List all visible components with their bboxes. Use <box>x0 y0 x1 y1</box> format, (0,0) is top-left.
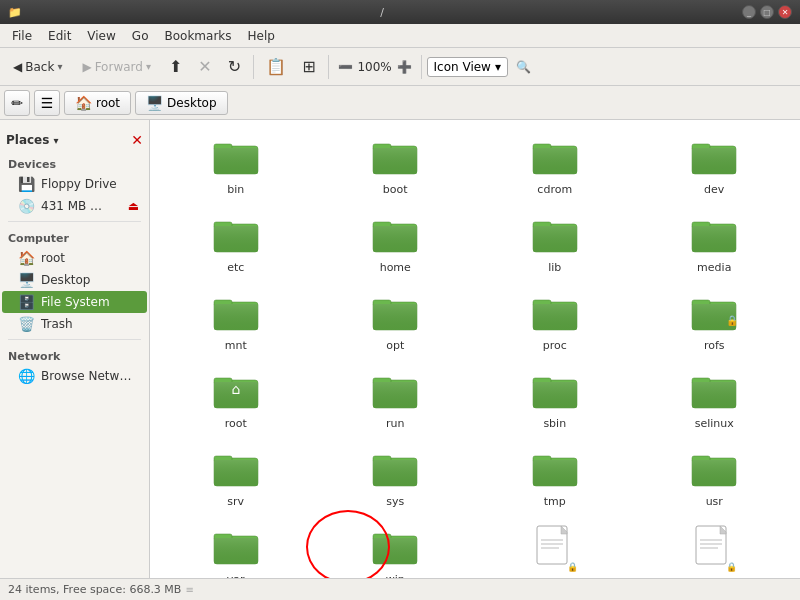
places-header: Places ▾ ✕ <box>0 128 149 152</box>
divider-2 <box>8 339 141 340</box>
list-item[interactable]: opt <box>318 284 474 358</box>
breadcrumb-desktop[interactable]: 🖥️ Desktop <box>135 91 228 115</box>
list-item[interactable]: bin <box>158 128 314 202</box>
close-button[interactable]: ✕ <box>778 5 792 19</box>
menu-bookmarks[interactable]: Bookmarks <box>156 27 239 45</box>
icon-view-toggle[interactable]: ⊞ <box>295 53 322 80</box>
file-icon: 🔒 <box>690 524 738 578</box>
edit-location-button[interactable]: ✏️ <box>4 90 30 116</box>
file-name: tmp <box>544 495 566 508</box>
file-icon <box>371 368 419 413</box>
list-item[interactable]: home <box>318 206 474 280</box>
file-name: cdrom <box>537 183 572 196</box>
list-item[interactable]: media <box>637 206 793 280</box>
list-icon: ☰ <box>41 95 54 111</box>
menu-view[interactable]: View <box>79 27 123 45</box>
eject-icon[interactable]: ⏏ <box>128 199 139 213</box>
stop-button[interactable]: ✕ <box>191 53 218 80</box>
list-item[interactable]: 🔒 initrd.img <box>477 518 633 578</box>
list-item[interactable]: proc <box>477 284 633 358</box>
file-name: dev <box>704 183 724 196</box>
toggle-location-button[interactable]: ☰ <box>34 90 60 116</box>
menu-file[interactable]: File <box>4 27 40 45</box>
back-dropdown-icon[interactable] <box>57 61 62 72</box>
svg-rect-57 <box>373 382 417 408</box>
list-item[interactable]: selinux <box>637 362 793 436</box>
list-item[interactable]: ⌂ root <box>158 362 314 436</box>
back-arrow-icon: ◀ <box>13 60 22 74</box>
file-icon <box>690 368 738 413</box>
section-header-devices: Devices <box>0 152 149 173</box>
file-icon <box>371 446 419 491</box>
section-header-network: Network <box>0 344 149 365</box>
reload-button[interactable]: ↻ <box>221 53 248 80</box>
list-item[interactable]: usr <box>637 440 793 514</box>
sidebar-item-network[interactable]: 🌐 Browse Netw… <box>2 365 147 387</box>
up-icon: ⬆ <box>169 57 182 76</box>
svg-rect-43 <box>533 304 577 330</box>
sidebar-item-431mb[interactable]: 💿 431 MB … ⏏ <box>2 195 147 217</box>
sidebar-item-filesystem[interactable]: 🗄️ File System <box>2 291 147 313</box>
root-icon: 🏠 <box>75 95 92 111</box>
menu-edit[interactable]: Edit <box>40 27 79 45</box>
list-item[interactable]: sbin <box>477 362 633 436</box>
svg-text:🔒: 🔒 <box>726 314 738 327</box>
list-item[interactable]: sys <box>318 440 474 514</box>
icon-list-icon: ⊞ <box>302 57 315 76</box>
breadcrumb-root[interactable]: 🏠 root <box>64 91 131 115</box>
up-button[interactable]: ⬆ <box>162 53 189 80</box>
list-item[interactable]: srv <box>158 440 314 514</box>
search-button[interactable]: 🔍 <box>510 53 538 81</box>
list-item[interactable]: mnt <box>158 284 314 358</box>
list-item[interactable]: tmp <box>477 440 633 514</box>
maximize-button[interactable]: □ <box>760 5 774 19</box>
list-item[interactable]: 🔒 rofs <box>637 284 793 358</box>
list-item[interactable]: var <box>158 518 314 578</box>
list-item[interactable]: boot <box>318 128 474 202</box>
sidebar-item-floppy[interactable]: 💾 Floppy Drive <box>2 173 147 195</box>
file-content-area[interactable]: bin boot cdrom <box>150 120 800 578</box>
menu-help[interactable]: Help <box>240 27 283 45</box>
list-item[interactable]: dev <box>637 128 793 202</box>
list-item[interactable]: cdrom <box>477 128 633 202</box>
location-entry-button[interactable]: 📋 <box>259 53 293 80</box>
minimize-button[interactable]: _ <box>742 5 756 19</box>
scroll-indicator: ≡ <box>185 584 193 595</box>
sidebar-item-trash[interactable]: 🗑️ Trash <box>2 313 147 335</box>
list-item[interactable]: 🔒 vmlinuz <box>637 518 793 578</box>
forward-button[interactable]: ▶ Forward <box>73 56 160 78</box>
file-name: home <box>380 261 411 274</box>
places-close-button[interactable]: ✕ <box>131 132 143 148</box>
svg-rect-73 <box>373 460 417 486</box>
stop-icon: ✕ <box>198 57 211 76</box>
zoom-out-button[interactable]: ➖ <box>338 60 353 74</box>
list-item[interactable]: run <box>318 362 474 436</box>
list-item[interactable]: etc <box>158 206 314 280</box>
sidebar-item-desktop[interactable]: 🖥️ Desktop <box>2 269 147 291</box>
file-name: sbin <box>543 417 566 430</box>
forward-dropdown-icon[interactable] <box>146 61 151 72</box>
desktop-icon: 🖥️ <box>146 95 163 111</box>
zoom-in-button[interactable]: ➕ <box>397 60 412 74</box>
file-icon <box>531 368 579 413</box>
view-mode-select[interactable]: Icon View ▾ <box>427 57 508 77</box>
svg-text:🔒: 🔒 <box>567 561 579 573</box>
svg-text:🔒: 🔒 <box>726 561 738 573</box>
sidebar-item-root[interactable]: 🏠 root <box>2 247 147 269</box>
section-header-computer: Computer <box>0 226 149 247</box>
list-item[interactable]: lib <box>477 206 633 280</box>
svg-rect-61 <box>533 382 577 408</box>
back-button[interactable]: ◀ Back <box>4 56 71 78</box>
svg-rect-69 <box>214 460 258 486</box>
file-icon <box>690 212 738 257</box>
trash-icon: 🗑️ <box>18 316 35 332</box>
file-icon <box>371 290 419 335</box>
file-icon: 🔒 <box>531 524 579 578</box>
svg-rect-81 <box>692 460 736 486</box>
toolbar: ◀ Back ▶ Forward ⬆ ✕ ↻ 📋 ⊞ ➖ 100% ➕ Icon… <box>0 48 800 86</box>
sidebar: Places ▾ ✕ Devices 💾 Floppy Drive 💿 431 … <box>0 120 150 578</box>
svg-rect-7 <box>373 148 417 174</box>
list-item[interactable]: win <box>318 518 474 578</box>
menu-go[interactable]: Go <box>124 27 157 45</box>
window-title: / <box>22 6 742 19</box>
